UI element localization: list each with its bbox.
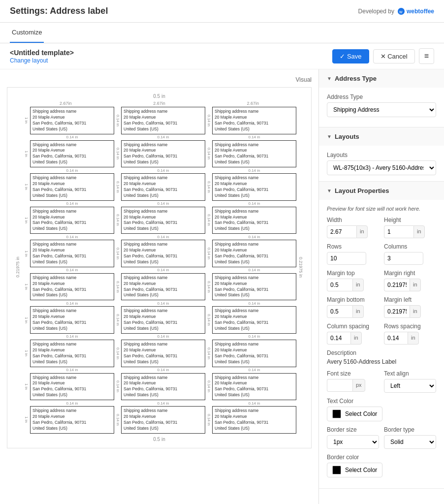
between-row-dim: 0.14 in — [121, 267, 205, 273]
labels-wrapper: 2.67in 2.67in 2.67in 1 inShipping addres… — [22, 101, 296, 434]
description-label: Description — [327, 349, 436, 356]
label-row: 1 inShipping address name20 Maple Avenue… — [22, 273, 296, 301]
menu-button[interactable]: ≡ — [419, 48, 434, 64]
between-row-dim — [205, 400, 212, 406]
gap-col-dim: 0.14 in — [114, 240, 121, 267]
margin-top-input[interactable] — [327, 279, 352, 291]
columns-input[interactable] — [384, 252, 423, 265]
gap-col-dim: 0.14 in — [205, 173, 212, 201]
brand-icon: w — [397, 7, 405, 15]
text-color-label: Text Color — [327, 398, 436, 405]
row-side-label: 1 in — [22, 406, 30, 434]
border-color-label: Border color — [327, 454, 436, 461]
layout-properties-header[interactable]: ▼ Layout Properties — [319, 182, 444, 200]
between-row-dim — [114, 234, 121, 240]
between-row-dim: 0.14 in — [30, 400, 114, 406]
col-spacing-field: Column spacing in — [327, 323, 379, 345]
label-cell: Shipping address name20 Maple AvenueSan … — [121, 373, 205, 401]
layouts-header[interactable]: ▼ Layouts — [319, 127, 444, 146]
right-panel: ▼ Address Type Address Type Shipping Add… — [318, 69, 444, 504]
address-type-section: ▼ Address Type Address Type Shipping Add… — [319, 69, 444, 127]
border-color-button[interactable]: Select Color — [327, 463, 382, 477]
cancel-button[interactable]: ✕ Cancel — [373, 49, 415, 63]
save-button[interactable]: ✓ Save — [332, 49, 369, 63]
label-cell: Shipping address name20 Maple AvenueSan … — [30, 373, 114, 401]
between-row-dim: 0.14 in — [30, 267, 114, 273]
between-row-gap: 0.14 in0.14 in0.14 in — [22, 134, 296, 140]
between-row-dim — [114, 267, 121, 273]
row-side-label: 1 in — [22, 306, 30, 334]
font-align-row: Font size px Text align Left Center Righ… — [327, 370, 436, 393]
gap-col-dim: 0.14 in — [205, 107, 212, 134]
col-dim-3: 2.67in — [210, 101, 296, 106]
between-row-dim — [114, 400, 121, 406]
address-type-field: Address Type Shipping Address Billing Ad… — [327, 94, 436, 117]
margin-left-input[interactable] — [384, 305, 410, 318]
top-col-dims: 2.67in 2.67in 2.67in — [22, 101, 296, 106]
between-row-dim — [114, 367, 121, 373]
between-row-dim: 0.14 in — [30, 234, 114, 240]
address-type-select[interactable]: Shipping Address Billing Address — [327, 102, 436, 117]
gap-col-dim: 0.14 in — [205, 373, 212, 401]
border-type-field: Border type Solid Dashed Dotted — [384, 426, 436, 449]
text-color-button[interactable]: Select Color — [327, 407, 382, 421]
between-row-gap: 0.14 in0.14 in0.14 in — [22, 267, 296, 273]
left-ruler: 0.21975 in — [13, 101, 22, 434]
columns-field: Columns — [384, 243, 436, 265]
row-side-label: 1 in — [22, 373, 30, 401]
tab-customize[interactable]: Customize — [10, 23, 44, 43]
row-spacing-input[interactable] — [384, 332, 408, 345]
label-cell: Shipping address name20 Maple AvenueSan … — [121, 240, 205, 267]
font-size-input-group: px — [327, 379, 379, 392]
margin-bottom-input[interactable] — [327, 305, 352, 318]
label-cell: Shipping address name20 Maple AvenueSan … — [121, 107, 205, 134]
change-layout-link[interactable]: Change layout — [10, 57, 48, 64]
border-size-select[interactable]: 1px 2px 3px — [327, 435, 379, 449]
between-row-gap: 0.14 in0.14 in0.14 in — [22, 367, 296, 373]
row-side-label: 1 in — [22, 273, 30, 301]
height-input[interactable] — [384, 225, 413, 238]
border-type-label: Border type — [384, 426, 436, 433]
margin-bottom-left-row: Margin bottom in Margin left in — [327, 296, 436, 318]
rows-field: Rows — [327, 243, 379, 265]
between-row-dim: 0.14 in — [30, 134, 114, 140]
grid-outer: 0.21975 in 2.67in 2.67in 2.67in 1 inShip… — [13, 101, 305, 434]
row-spacing-input-group: in — [384, 332, 436, 345]
gap-col-dim: 0.14 in — [114, 373, 121, 401]
border-color-swatch — [332, 466, 341, 474]
address-type-header[interactable]: ▼ Address Type — [319, 69, 444, 88]
label-cell: Shipping address name20 Maple AvenueSan … — [212, 406, 296, 434]
between-row-gap: 0.14 in0.14 in0.14 in — [22, 300, 296, 306]
between-row-dim — [205, 367, 212, 373]
label-cell: Shipping address name20 Maple AvenueSan … — [121, 207, 205, 234]
height-unit: in — [413, 225, 425, 238]
border-color-btn-label: Select Color — [345, 467, 377, 473]
col-dim-1: 2.67in — [22, 101, 109, 106]
between-row-dim: 0.14 in — [121, 400, 205, 406]
visual-toggle: Visual — [7, 76, 312, 83]
gap-col-dim: 0.14 in — [114, 340, 121, 367]
margin-left-unit: in — [410, 305, 421, 318]
border-type-select[interactable]: Solid Dashed Dotted — [384, 435, 436, 449]
address-type-content: Address Type Shipping Address Billing Ad… — [319, 88, 444, 127]
gap-col-dim: 0.14 in — [205, 240, 212, 267]
gap-col-dim: 0.14 in — [205, 306, 212, 334]
font-size-input[interactable] — [327, 379, 352, 392]
font-size-field: Font size px — [327, 370, 379, 393]
rows-input[interactable] — [327, 252, 366, 265]
layouts-select[interactable]: WL-875(10x3) - Avery 5160-Address Label — [327, 160, 436, 175]
description-field: Description Avery 5160-Address Label — [327, 349, 436, 365]
bottom-ruler: 0.5 in — [13, 437, 305, 442]
width-input[interactable] — [327, 225, 356, 238]
row-spacing-label: Rows spacing — [384, 323, 436, 330]
border-size-label: Border size — [327, 426, 379, 433]
margin-bottom-field: Margin bottom in — [327, 296, 379, 318]
col-spacing-input[interactable] — [327, 332, 350, 345]
label-cell: Shipping address name20 Maple AvenueSan … — [212, 107, 296, 134]
main-panel: Visual 0.5 in 0.21975 in 2.67in 2.67in — [0, 69, 318, 504]
width-height-row: Width in Height in — [327, 217, 436, 238]
width-input-group: in — [327, 225, 379, 238]
margin-right-input[interactable] — [384, 279, 410, 291]
text-align-select[interactable]: Left Center Right — [384, 379, 436, 393]
gap-col-dim: 0.14 in — [205, 140, 212, 168]
